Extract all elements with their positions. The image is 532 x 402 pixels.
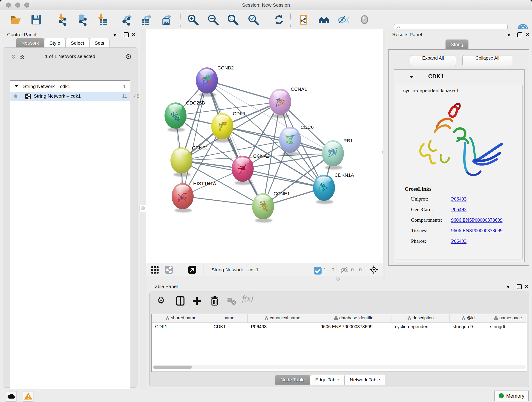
table-panel-close-icon[interactable]: ✕ — [525, 284, 529, 289]
expand-all-button[interactable]: Expand All — [410, 55, 456, 66]
table-settings-gear-icon[interactable]: ⚙ — [157, 295, 168, 306]
selected-checkbox-icon[interactable] — [313, 266, 321, 275]
control-panel-float-icon[interactable] — [124, 32, 129, 37]
network-collection-row[interactable]: String Network – cdk1 1 — [10, 82, 130, 92]
tab-style[interactable]: Style — [44, 38, 65, 48]
grid-view-icon[interactable] — [151, 265, 160, 274]
results-panel-float-icon[interactable] — [517, 32, 522, 37]
collection-expander-icon[interactable] — [14, 84, 19, 89]
network-node-CDC25B[interactable] — [165, 102, 186, 132]
tab-node-table[interactable]: Node Table — [275, 375, 310, 385]
show-columns-icon[interactable] — [175, 295, 186, 306]
network-selection-status: 1 of 1 Network selected — [7, 52, 133, 61]
hidden-eye-icon — [340, 265, 349, 274]
open-session-icon[interactable] — [10, 14, 22, 26]
network-node-CDKN1A[interactable] — [313, 175, 335, 204]
scrollbar-thumb[interactable] — [153, 366, 192, 369]
preview-icon[interactable] — [359, 14, 370, 26]
gene-expander-icon[interactable] — [409, 74, 414, 80]
table-header-row: shared namenamecanonical namedatabase id… — [152, 314, 527, 322]
network-edge[interactable] — [207, 80, 280, 102]
left-splitter[interactable] — [140, 29, 146, 389]
crosslink-row: Uniprot:P06493 — [411, 196, 526, 202]
add-column-icon[interactable] — [191, 295, 202, 306]
toolbar-separator — [265, 13, 265, 27]
network-node-CDC6[interactable] — [279, 127, 301, 156]
zoom-fit-icon[interactable] — [227, 14, 239, 26]
memory-status-dot-icon — [499, 393, 504, 398]
network-list: String Network – cdk1 1 String Network –… — [10, 80, 130, 396]
network-edge[interactable] — [183, 196, 263, 206]
network-node-CCNA1[interactable] — [269, 89, 291, 118]
table-panel-menu-icon[interactable]: ▼ — [506, 285, 510, 290]
table-row[interactable]: CDK1CDK1P064939606.ENSP00000378699cyclin… — [152, 322, 527, 331]
table-horizontal-scrollbar[interactable] — [153, 365, 526, 369]
results-panel-close-icon[interactable]: ✕ — [526, 32, 530, 37]
zoom-out-icon[interactable] — [207, 14, 219, 26]
tab-select[interactable]: Select — [65, 38, 89, 48]
export-table-icon[interactable] — [141, 14, 153, 26]
column-header-canonical-name[interactable]: canonical name — [248, 314, 317, 322]
memory-button[interactable]: Memory — [494, 390, 529, 401]
network-edge[interactable] — [183, 80, 207, 196]
tab-string[interactable]: String — [445, 39, 469, 49]
warning-button[interactable] — [23, 391, 33, 402]
results-content-box: Expand All Collapse All CDK1 cyclin-depe… — [388, 49, 529, 266]
column-header-name[interactable]: name — [210, 314, 248, 322]
gene-section-header[interactable]: CDK1 — [394, 70, 525, 83]
column-header-namespace[interactable]: namespace — [487, 314, 527, 322]
document-share-icon[interactable] — [298, 14, 310, 26]
column-header-description[interactable]: description — [392, 314, 450, 322]
network-node-CCNB1[interactable] — [171, 147, 192, 177]
export-image-icon[interactable] — [161, 14, 173, 26]
import-network-file-icon[interactable] — [56, 14, 68, 26]
network-node-RB1[interactable] — [322, 140, 344, 170]
import-table-icon[interactable] — [96, 14, 108, 26]
crosslink-link[interactable]: 9606.ENSP00000378699 — [451, 217, 502, 223]
toolbar-separator — [290, 13, 291, 27]
tab-network-table[interactable]: Network Table — [345, 375, 386, 385]
table-panel-float-icon[interactable] — [517, 284, 522, 289]
crosslinks-section: CrossLinks Uniprot:P06493GeneCard:P06493… — [405, 186, 431, 192]
delete-column-icon[interactable] — [209, 295, 220, 306]
bottom-splitter-dot[interactable] — [336, 277, 340, 281]
tab-sets[interactable]: Sets — [89, 38, 109, 48]
status-bar: Memory — [0, 389, 532, 402]
network-edge[interactable] — [243, 169, 324, 188]
export-network-icon[interactable] — [121, 14, 133, 26]
import-network-database-icon[interactable] — [76, 14, 88, 26]
zoom-in-icon[interactable] — [187, 14, 199, 26]
crosshair-icon[interactable] — [369, 265, 379, 274]
collapse-all-button[interactable]: Collapse All — [462, 55, 512, 66]
results-panel-menu-icon[interactable]: ▼ — [507, 33, 511, 38]
show-hide-icon[interactable] — [337, 14, 349, 26]
save-session-icon[interactable] — [30, 14, 42, 26]
column-header-database-identifier[interactable]: database identifier — [317, 314, 392, 322]
table-panel-title: Table Panel — [152, 284, 178, 289]
network-node-CCNE1[interactable] — [252, 193, 274, 223]
crosslink-link[interactable]: P06493 — [451, 196, 467, 202]
crosslink-link[interactable]: P06493 — [451, 238, 467, 244]
tab-edge-table[interactable]: Edge Table — [310, 375, 345, 385]
home-icon[interactable] — [318, 14, 330, 26]
zoom-selected-icon[interactable] — [247, 14, 259, 26]
crosslink-label: GeneCard: — [411, 206, 451, 212]
crosslink-row: Pharos:P06493 — [411, 238, 526, 244]
network-node-HIST1H1A[interactable] — [172, 183, 194, 212]
network-canvas[interactable]: CCNB2CCNA1CDC25BCDK1CDC6RB1CCNB1CCNA2CDK… — [146, 29, 383, 263]
crosslink-link[interactable]: 9606.ENSP00000378699 — [451, 228, 502, 233]
control-panel-close-icon[interactable]: ✕ — [132, 32, 136, 37]
tab-network[interactable]: Network — [16, 38, 44, 48]
network-edge[interactable] — [207, 80, 263, 206]
column-header--id[interactable]: @id — [450, 314, 487, 322]
cloud-button[interactable] — [6, 391, 17, 402]
network-row[interactable]: String Network – cdk1 11 48 — [10, 92, 130, 101]
control-panel-menu-icon[interactable]: ▼ — [113, 33, 117, 38]
birds-eye-view-icon[interactable] — [188, 265, 197, 274]
crosslink-link[interactable]: P06493 — [451, 206, 467, 212]
column-header-shared-name[interactable]: shared name — [152, 314, 210, 322]
network-options-gear-icon[interactable]: ⚙ — [125, 52, 132, 61]
string-view-icon[interactable] — [164, 265, 173, 274]
network-node-CCNB2[interactable] — [196, 67, 218, 97]
refresh-icon[interactable] — [273, 14, 285, 26]
